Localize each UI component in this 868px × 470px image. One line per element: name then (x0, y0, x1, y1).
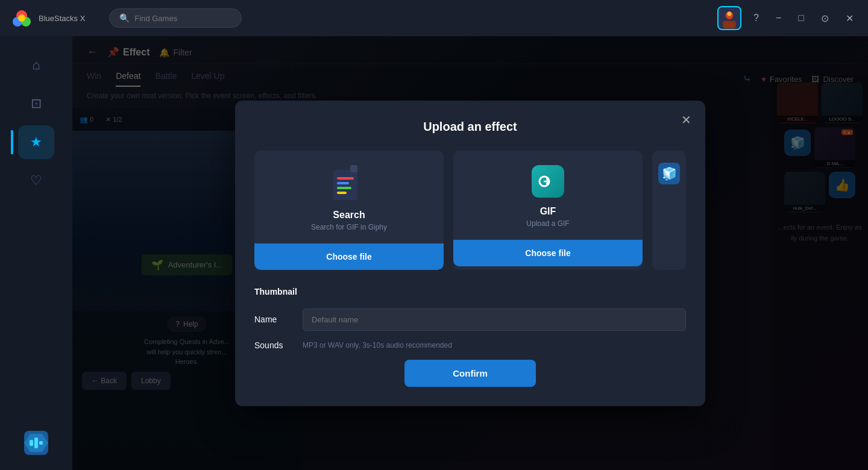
store-icon: ⊡ (31, 96, 42, 111)
app-logo: BlueStacks X (10, 6, 85, 30)
search-input[interactable] (134, 14, 231, 23)
sounds-form-row: Sounds MP3 or WAV only, 3s-10s audio rec… (254, 340, 686, 350)
modal-overlay: Upload an effect ✕ (72, 36, 868, 470)
name-label: Name (254, 315, 303, 324)
thumbnail-section: Thumbnail (254, 287, 686, 296)
svg-rect-10 (30, 440, 33, 446)
gif-card-title: GIF (540, 206, 556, 217)
search-icon: 🔍 (119, 13, 130, 23)
name-form-row: Name (254, 309, 686, 331)
dialog-close-button[interactable]: ✕ (676, 110, 696, 130)
sidebar-item-home[interactable]: ⌂ (18, 48, 54, 82)
search-bar[interactable]: 🔍 (109, 8, 242, 28)
sidebar-item-effects[interactable]: ★ (18, 125, 54, 159)
heart-icon: ♡ (30, 173, 42, 189)
sounds-label: Sounds (254, 340, 303, 350)
minimize-button[interactable]: − (771, 10, 786, 26)
upload-options: Search Search for GIF in Giphy Choose fi… (254, 151, 686, 270)
upload-dialog: Upload an effect ✕ (235, 101, 705, 406)
bluestacks-icon (10, 6, 34, 30)
main-content: ← 📌 Effect 🔔 Filter Win Defeat Battle Le… (72, 36, 868, 470)
gif-card-desc: Upload a GIF (526, 219, 569, 228)
sidebar-item-favorites[interactable]: ♡ (18, 164, 54, 198)
search-card-desc: Search for GIF in Giphy (311, 223, 387, 231)
gif-icon (532, 165, 564, 198)
search-card: Search Search for GIF in Giphy Choose fi… (254, 151, 444, 270)
gif-card: GIF Upload a GIF Choose file (453, 151, 643, 270)
titlebar-controls: ? − □ ⊙ ✕ (717, 6, 858, 30)
search-choose-file-button[interactable]: Choose file (254, 243, 444, 270)
bluestacks-bottom-logo (21, 428, 51, 460)
titlebar: BlueStacks X 🔍 ? − □ ⊙ ✕ (0, 0, 868, 36)
active-indicator (11, 130, 13, 154)
gif-choose-file-button[interactable]: Choose file (453, 240, 643, 266)
svg-point-7 (727, 11, 731, 16)
dialog-title: Upload an effect (254, 120, 686, 134)
svg-rect-16 (337, 182, 349, 184)
close-button[interactable]: ✕ (841, 10, 858, 27)
maximize-button[interactable]: □ (793, 10, 809, 26)
thumbnail-label: Thumbnail (254, 287, 686, 296)
svg-rect-14 (350, 165, 357, 172)
app-name: BlueStacks X (39, 14, 85, 23)
game-avatar[interactable] (717, 6, 741, 30)
sidebar-item-store[interactable]: ⊡ (18, 87, 54, 121)
file-icon (333, 165, 365, 201)
svg-rect-18 (337, 192, 347, 194)
svg-rect-15 (337, 177, 354, 180)
svg-rect-12 (39, 441, 43, 445)
name-input[interactable] (303, 309, 686, 331)
confirm-button[interactable]: Confirm (404, 360, 536, 387)
svg-point-3 (18, 14, 25, 22)
sounds-hint: MP3 or WAV only, 3s-10s audio recommende… (303, 341, 686, 349)
help-button[interactable]: ? (749, 10, 764, 26)
svg-rect-13 (333, 170, 357, 200)
svg-rect-6 (723, 21, 736, 29)
search-card-title: Search (333, 210, 365, 221)
svg-rect-17 (337, 187, 351, 189)
third-card-partial: 🧊 (652, 151, 686, 270)
sidebar: ⌂ ⊡ ★ ♡ ⚙ (0, 36, 72, 470)
svg-rect-11 (34, 437, 38, 448)
effects-icon: ★ (30, 134, 42, 150)
forward-button[interactable]: ⊙ (816, 10, 834, 27)
home-icon: ⌂ (32, 57, 40, 73)
